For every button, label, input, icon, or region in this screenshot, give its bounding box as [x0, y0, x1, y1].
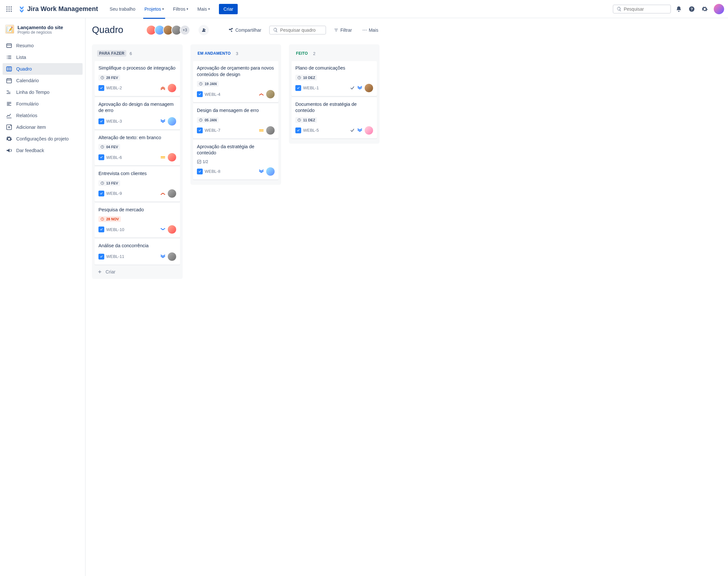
column-title: EM ANDAMENTO — [196, 50, 233, 57]
help-icon[interactable]: ? — [686, 4, 697, 14]
more-button[interactable]: ⋯ Mais — [360, 26, 381, 35]
card[interactable]: Aprovação da estratégia de conteúdo 1/2 … — [193, 140, 278, 180]
card-date: 28 FEV — [106, 76, 118, 80]
assignee-avatar[interactable] — [266, 126, 275, 135]
priority-medium-icon — [259, 128, 264, 133]
assignee-avatar[interactable] — [168, 252, 176, 261]
jira-logo-icon — [18, 5, 25, 12]
nav-more[interactable]: Mais ▾ — [193, 4, 214, 14]
notifications-icon[interactable] — [674, 4, 684, 14]
svg-rect-5 — [11, 8, 12, 9]
sidebar-item-add[interactable]: Adicionar item — [3, 121, 83, 133]
card[interactable]: Design da mensagem de erro 05 JAN WEBL-7 — [193, 104, 278, 139]
assignee-avatar[interactable] — [365, 126, 373, 135]
card[interactable]: Simplifique o processo de integração 28 … — [95, 61, 180, 96]
card-title: Design da mensagem de erro — [197, 108, 275, 114]
settings-icon[interactable] — [700, 4, 710, 14]
nav-projects[interactable]: Projetos ▾ — [140, 4, 168, 14]
search-icon — [617, 6, 622, 12]
column-title: FEITO — [294, 50, 310, 57]
assignee-avatar[interactable] — [266, 167, 275, 176]
card[interactable]: Alteração de texto: em branco 04 FEV WEB… — [95, 131, 180, 166]
create-button[interactable]: Criar — [219, 4, 238, 14]
assignee-avatar[interactable] — [365, 84, 373, 92]
column-header: PARA FAZER 6 — [94, 47, 181, 61]
board-title: Quadro — [92, 25, 124, 35]
share-icon — [228, 28, 234, 33]
reports-icon — [6, 112, 12, 119]
card-date-chip: 19 JAN — [197, 81, 219, 87]
card[interactable]: Entrevista com clientes 13 FEV WEBL-9 — [95, 167, 180, 202]
add-member-button[interactable] — [198, 25, 209, 35]
priority-highest-icon — [160, 85, 166, 91]
sidebar-item-feedback[interactable]: Dar feedback — [3, 145, 83, 156]
card-subtasks: 1/2 — [197, 160, 208, 164]
card[interactable]: Pesquisa de mercado 28 NOV WEBL-10 — [95, 203, 180, 238]
assignee-avatar[interactable] — [168, 225, 176, 234]
card-title: Aprovação da estratégia de conteúdo — [197, 144, 275, 156]
card-footer: WEBL-5 — [295, 126, 373, 135]
card-date: 05 JAN — [205, 118, 217, 122]
column-prog: EM ANDAMENTO 3 Aprovação de orçamento pa… — [190, 44, 281, 185]
task-type-icon — [99, 254, 104, 260]
sidebar-item-board[interactable]: Quadro — [3, 63, 83, 75]
nav-label: Seu trabalho — [110, 6, 135, 12]
priority-lowest-icon — [357, 128, 363, 133]
assignee-avatar[interactable] — [266, 90, 275, 98]
sidebar-item-list[interactable]: Lista — [3, 52, 83, 63]
card-footer: WEBL-6 — [99, 153, 176, 162]
card-footer: WEBL-8 — [197, 167, 275, 176]
avatar-stack: +3 — [148, 25, 190, 35]
primary-nav: Seu trabalho Projetos ▾ Filtros ▾ Mais ▾… — [106, 4, 238, 14]
priority-medium-icon — [160, 155, 166, 160]
user-avatar[interactable] — [714, 4, 724, 14]
filter-button[interactable]: Filtrar — [331, 26, 355, 35]
product-logo[interactable]: Jira Work Management — [17, 5, 100, 12]
create-card-button[interactable]: Criar — [94, 266, 181, 275]
card-title: Alteração de texto: em branco — [99, 135, 176, 141]
card[interactable]: Plano de comunicações 10 DEZ WEBL-1 — [292, 61, 377, 96]
sidebar-item-summary[interactable]: Resumo — [3, 40, 83, 52]
column-header: EM ANDAMENTO 3 — [192, 47, 279, 61]
sidebar-item-settings[interactable]: Configurações do projeto — [3, 133, 83, 145]
card-date-chip: 13 FEV — [99, 180, 120, 186]
svg-rect-3 — [6, 8, 7, 9]
card-footer: WEBL-4 — [197, 90, 275, 98]
nav-filters[interactable]: Filtros ▾ — [169, 4, 192, 14]
priority-lowest-icon — [160, 119, 166, 124]
task-type-icon — [295, 85, 301, 91]
assignee-avatar[interactable] — [168, 189, 176, 198]
card-title: Aprovação de orçamento para novos conteú… — [197, 65, 275, 78]
card-footer: WEBL-2 — [99, 84, 176, 92]
card[interactable]: Análise da concorrência WEBL-11 — [95, 239, 180, 265]
card-footer: WEBL-1 — [295, 84, 373, 92]
done-check-icon — [350, 128, 355, 133]
project-title: Lançamento do site — [18, 25, 63, 30]
sidebar-item-form[interactable]: Formulário — [3, 98, 83, 110]
global-search[interactable] — [613, 4, 671, 13]
board-search[interactable] — [269, 26, 326, 35]
sidebar-item-calendar[interactable]: Calendário — [3, 75, 83, 86]
column-count: 3 — [236, 51, 238, 56]
card[interactable]: Aprovação do design da mensagem de erro … — [95, 97, 180, 129]
subtask-icon — [197, 160, 201, 164]
nav-your-work[interactable]: Seu trabalho — [106, 4, 139, 14]
avatar-more[interactable]: +3 — [180, 25, 190, 35]
card[interactable]: Aprovação de orçamento para novos conteú… — [193, 61, 278, 102]
board-search-input[interactable] — [280, 28, 322, 33]
global-search-input[interactable] — [624, 6, 667, 12]
plus-icon — [97, 269, 102, 275]
card[interactable]: Documentos de estratégia de conteúdo 11 … — [292, 97, 377, 139]
card-title: Simplifique o processo de integração — [99, 65, 176, 71]
card-key: WEBL-8 — [205, 169, 220, 174]
app-switcher-icon[interactable] — [4, 4, 14, 14]
card-key: WEBL-9 — [106, 191, 122, 196]
task-type-icon — [197, 91, 203, 97]
calendar-icon — [6, 77, 12, 84]
assignee-avatar[interactable] — [168, 117, 176, 125]
sidebar-item-reports[interactable]: Relatórios — [3, 110, 83, 121]
assignee-avatar[interactable] — [168, 153, 176, 162]
assignee-avatar[interactable] — [168, 84, 176, 92]
share-button[interactable]: Compartilhar — [226, 26, 264, 35]
sidebar-item-timeline[interactable]: Linha do Tempo — [3, 86, 83, 98]
